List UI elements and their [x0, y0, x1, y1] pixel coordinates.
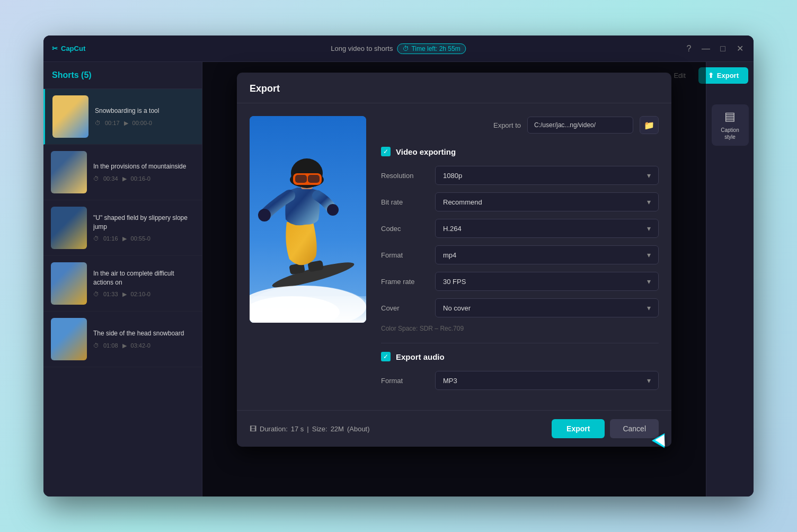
chevron-down-icon: ▾ — [647, 224, 651, 233]
dialog-footer: 🎞 Duration: 17 s | Size: 22M (About) Exp… — [237, 410, 671, 447]
format-row: Format mp4 ▾ — [381, 245, 659, 264]
dialog-overlay: Export — [202, 62, 706, 496]
sidebar-item-info-2: In the provisions of mountainside ⏱ 00:3… — [93, 162, 194, 182]
export-dialog: Export — [237, 73, 671, 447]
cancel-button[interactable]: Cancel — [610, 419, 659, 438]
format-label: Format — [381, 251, 429, 259]
snowboarder-image — [250, 116, 366, 323]
sidebar-item-meta-2: ⏱ 00:34 ▶ 00:16-0 — [93, 175, 194, 182]
cover-select[interactable]: No cover ▾ — [435, 298, 659, 317]
sidebar-item-meta-3: ⏱ 01:16 ▶ 00:55-0 — [93, 235, 194, 242]
thumbnail-1 — [52, 95, 88, 138]
chevron-down-icon: ▾ — [647, 304, 651, 312]
chevron-down-icon: ▾ — [647, 277, 651, 286]
title-bar: ✂ CapCut Long video to shorts ⏱ Time lef… — [43, 36, 754, 62]
sidebar-item-title-5: The side of the head snowboard — [93, 329, 194, 338]
audio-checkbox[interactable]: ✓ — [381, 352, 391, 361]
color-space-note: Color Space: SDR – Rec.709 — [381, 325, 659, 332]
dialog-body: Export to C:/user/jac...ng/video/ 📁 ✓ Vi… — [237, 103, 671, 410]
resolution-select[interactable]: 1080p ▾ — [435, 166, 659, 185]
folder-button[interactable]: 📁 — [640, 116, 659, 134]
footer-actions: Export Cancel — [552, 419, 659, 438]
duration-info: 🎞 Duration: 17 s | Size: 22M (About) — [250, 425, 370, 433]
video-icon: ▶ — [122, 235, 127, 242]
clock-icon: ⏱ — [93, 291, 99, 298]
export-path[interactable]: C:/user/jac...ng/video/ — [527, 117, 633, 134]
section-divider — [381, 343, 659, 343]
checkmark-icon: ✓ — [383, 148, 388, 155]
audio-section-label: Export audio — [396, 352, 445, 361]
video-icon: ▶ — [124, 120, 128, 127]
svg-point-6 — [258, 209, 271, 221]
app-logo: ✂ CapCut — [52, 45, 85, 52]
folder-icon: 📁 — [644, 120, 654, 130]
thumbnail-4 — [51, 262, 87, 305]
audio-format-select[interactable]: MP3 ▾ — [435, 371, 659, 390]
help-icon[interactable]: ? — [684, 44, 694, 54]
audio-format-label: Format — [381, 377, 429, 385]
clock-icon: ⏱ — [93, 235, 99, 242]
checkmark-icon: ✓ — [383, 353, 388, 360]
caption-icon: ▤ — [724, 110, 736, 123]
caption-style-button[interactable]: ▤ Caption style — [712, 104, 749, 146]
thumbnail-2 — [51, 151, 87, 193]
title-bar-center: Long video to shorts ⏱ Time left: 2h 55m — [331, 43, 466, 54]
export-button[interactable]: Export — [552, 419, 605, 438]
app-window: ✂ CapCut Long video to shorts ⏱ Time lef… — [43, 36, 754, 496]
chevron-down-icon: ▾ — [647, 198, 651, 206]
export-icon: ⬆ — [708, 72, 714, 79]
svg-point-7 — [327, 204, 339, 216]
dialog-title: Export — [250, 83, 280, 94]
video-section-label: Video exporting — [396, 147, 456, 156]
caption-panel: Edit ⬆ Export ▤ Caption style — [706, 62, 754, 496]
format-select[interactable]: mp4 ▾ — [435, 245, 659, 264]
resolution-row: Resolution 1080p ▾ — [381, 166, 659, 185]
sidebar-item-title-3: "U" shaped field by slippery slope jump — [93, 214, 194, 232]
maximize-button[interactable]: □ — [718, 44, 728, 54]
dialog-header: Export — [237, 73, 671, 103]
sidebar-item[interactable]: In the provisions of mountainside ⏱ 00:3… — [43, 145, 202, 200]
sidebar-header: Shorts (5) — [43, 62, 202, 89]
bitrate-select[interactable]: Recommend ▾ — [435, 192, 659, 211]
title-bar-controls: ? — □ ✕ — [684, 43, 745, 54]
sidebar-item[interactable]: "U" shaped field by slippery slope jump … — [43, 200, 202, 256]
app-title: Long video to shorts — [331, 45, 393, 52]
video-checkbox[interactable]: ✓ — [381, 147, 391, 156]
svg-rect-12 — [295, 175, 307, 183]
caption-style-label: Caption style — [717, 127, 743, 140]
audio-section-title: ✓ Export audio — [381, 352, 659, 361]
codec-label: Codec — [381, 225, 429, 233]
export-to-row: Export to C:/user/jac...ng/video/ 📁 — [381, 116, 659, 134]
chevron-down-icon: ▾ — [647, 376, 651, 385]
sidebar-item-title-4: In the air to complete difficult actions… — [93, 269, 194, 287]
codec-select[interactable]: H.264 ▾ — [435, 219, 659, 238]
sidebar-item[interactable]: Snowboarding is a tool ⏱ 00:17 ▶ 00:00-0 — [43, 89, 202, 145]
chevron-down-icon: ▾ — [647, 251, 651, 259]
sidebar-item-title-2: In the provisions of mountainside — [93, 162, 194, 171]
logo-icon: ✂ — [52, 45, 58, 52]
video-icon: ▶ — [122, 175, 127, 182]
sidebar-item[interactable]: The side of the head snowboard ⏱ 01:08 ▶… — [43, 312, 202, 367]
cover-label: Cover — [381, 304, 429, 312]
thumbnail-3 — [51, 207, 87, 249]
sidebar-item-info-1: Snowboarding is a tool ⏱ 00:17 ▶ 00:00-0 — [95, 107, 194, 127]
framerate-select[interactable]: 30 FPS ▾ — [435, 272, 659, 291]
sidebar-item-info-5: The side of the head snowboard ⏱ 01:08 ▶… — [93, 329, 194, 349]
sidebar-item-meta-1: ⏱ 00:17 ▶ 00:00-0 — [95, 120, 194, 127]
video-icon: ▶ — [122, 291, 127, 298]
thumbnail-5 — [51, 318, 87, 360]
close-button[interactable]: ✕ — [734, 43, 745, 54]
preview-section — [250, 116, 366, 397]
video-section-title: ✓ Video exporting — [381, 147, 659, 156]
bitrate-label: Bit rate — [381, 198, 429, 206]
framerate-row: Frame rate 30 FPS ▾ — [381, 272, 659, 291]
cover-row: Cover No cover ▾ — [381, 298, 659, 317]
sidebar-item-info-3: "U" shaped field by slippery slope jump … — [93, 214, 194, 243]
sidebar-item-title-1: Snowboarding is a tool — [95, 107, 194, 116]
minimize-button[interactable]: — — [701, 44, 711, 54]
bitrate-row: Bit rate Recommend ▾ — [381, 192, 659, 211]
clock-icon: ⏱ — [93, 175, 99, 182]
time-badge: ⏱ Time left: 2h 55m — [397, 43, 466, 54]
clock-icon: ⏱ — [93, 342, 99, 349]
sidebar-item[interactable]: In the air to complete difficult actions… — [43, 256, 202, 312]
